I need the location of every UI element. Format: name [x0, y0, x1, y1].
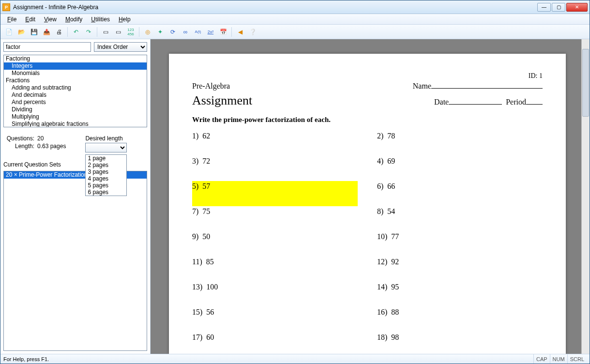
open-icon[interactable]: 📂 — [16, 27, 27, 37]
question-item[interactable]: 6) 66 — [377, 182, 543, 191]
questions-value: 20 — [37, 135, 44, 142]
menu-help[interactable]: Help — [115, 15, 135, 24]
help-icon[interactable]: ❔ — [247, 27, 258, 37]
close-button[interactable]: ✕ — [566, 3, 588, 12]
question-item[interactable]: 15) 56 — [192, 308, 358, 317]
desired-length-option[interactable]: 3 pages — [86, 168, 126, 175]
tool-c-icon[interactable]: ⟳ — [167, 27, 178, 37]
topic-item[interactable]: And decimals — [4, 91, 147, 99]
question-item[interactable]: 13) 100 — [192, 283, 358, 291]
doc-id: ID: 1 — [529, 72, 543, 80]
maximize-button[interactable]: ▢ — [552, 3, 565, 12]
topic-item[interactable]: Dividing — [4, 106, 147, 113]
doc-title: Assignment — [192, 93, 252, 108]
page-icon[interactable]: ▭ — [100, 27, 111, 37]
expr-icon[interactable]: 2x² — [205, 27, 216, 37]
new-icon[interactable]: 📄 — [3, 27, 14, 37]
sidebar-search-row: Index Order — [3, 42, 147, 52]
topic-item[interactable]: And percents — [4, 99, 147, 106]
prev-icon[interactable]: ◀ — [235, 27, 245, 37]
numbers-icon[interactable]: 123456 — [125, 27, 136, 37]
desired-length-option[interactable]: 6 pages — [86, 189, 126, 196]
desired-length-select[interactable] — [85, 143, 127, 152]
desired-length-option[interactable]: 5 pages — [86, 182, 126, 189]
question-item[interactable]: 1) 62 — [192, 132, 358, 140]
question-item[interactable]: 4) 69 — [377, 157, 543, 166]
topic-item[interactable]: Simplifying algebraic fractions — [4, 121, 147, 127]
menu-file[interactable]: File — [3, 15, 20, 24]
undo-icon[interactable]: ↶ — [71, 27, 81, 37]
minimize-button[interactable]: — — [537, 3, 551, 12]
main-area: Index Order FactoringIntegersMonomialsFr… — [0, 39, 590, 354]
desired-length-dropdown[interactable]: 1 page2 pages3 pages4 pages5 pages6 page… — [85, 154, 127, 196]
question-item[interactable]: 16) 88 — [377, 308, 543, 317]
calendar-icon[interactable]: 📅 — [218, 27, 228, 37]
questions-label: Questions: — [6, 135, 34, 142]
topic-item[interactable]: Factoring — [4, 55, 147, 62]
search-input[interactable] — [3, 42, 91, 52]
topic-item[interactable]: Adding and subtracting — [4, 84, 147, 91]
question-item[interactable]: 5) 57 — [192, 181, 358, 206]
menu-modify[interactable]: Modify — [61, 15, 86, 24]
question-item[interactable]: 7) 75 — [192, 207, 358, 216]
scrollbar-thumb[interactable] — [582, 49, 589, 117]
order-select[interactable]: Index Order — [94, 42, 147, 52]
scrl-indicator: SCRL — [567, 354, 587, 364]
topic-item[interactable]: Fractions — [4, 77, 147, 84]
topic-list[interactable]: FactoringIntegersMonomialsFractionsAddin… — [3, 55, 147, 127]
infinity-icon[interactable]: ∞ — [180, 27, 191, 37]
preview-scrollbar[interactable] — [581, 39, 590, 354]
desired-length-label: Desired length — [85, 135, 122, 142]
question-item[interactable]: 8) 54 — [377, 207, 543, 216]
menubar: File Edit View Modify Utilities Help — [0, 14, 590, 25]
toolbar: 📄 📂 💾 📤 🖨 ↶ ↷ ▭ ▭ 123456 ◎ ✦ ⟳ ∞ A(t) 2x… — [0, 25, 590, 39]
menu-edit[interactable]: Edit — [21, 15, 39, 24]
question-item[interactable]: 2) 78 — [377, 132, 543, 140]
question-item[interactable]: 3) 72 — [192, 157, 358, 166]
page2-icon[interactable]: ▭ — [113, 27, 123, 37]
titlebar: P Assignment - Infinite Pre-Algebra — ▢ … — [0, 0, 590, 14]
instruction-text: Write the prime-power factorization of e… — [192, 116, 543, 124]
question-item[interactable]: 9) 50 — [192, 232, 358, 241]
desired-length-group: Desired length 1 page2 pages3 pages4 pag… — [85, 135, 127, 152]
sidebar: Index Order FactoringIntegersMonomialsFr… — [0, 39, 151, 354]
desired-length-option[interactable]: 2 pages — [86, 162, 126, 168]
menu-utilities[interactable]: Utilities — [87, 15, 114, 24]
worksheet-page[interactable]: ID: 1 Pre-Algebra Name Assignment Date P… — [169, 54, 566, 354]
question-item[interactable]: 12) 92 — [377, 258, 543, 266]
app-icon: P — [2, 3, 10, 11]
topic-item[interactable]: Integers — [4, 62, 147, 70]
toolbar-separator — [139, 27, 139, 37]
toolbar-separator — [67, 27, 68, 37]
tool-b-icon[interactable]: ✦ — [155, 27, 166, 37]
menu-view[interactable]: View — [40, 15, 61, 24]
desired-length-option[interactable]: 1 page — [86, 155, 126, 162]
export-icon[interactable]: 📤 — [41, 27, 52, 37]
question-item[interactable]: 14) 95 — [377, 283, 543, 291]
save-icon[interactable]: 💾 — [29, 27, 39, 37]
redo-icon[interactable]: ↷ — [83, 27, 94, 37]
question-item[interactable]: 18) 98 — [377, 333, 543, 342]
print-icon[interactable]: 🖨 — [54, 27, 64, 37]
cap-indicator: CAP — [533, 354, 550, 364]
question-item[interactable]: 10) 77 — [377, 232, 543, 241]
tool-a-icon[interactable]: ◎ — [142, 27, 153, 37]
length-label: Length: — [6, 143, 34, 150]
document-preview: ID: 1 Pre-Algebra Name Assignment Date P… — [151, 39, 590, 354]
date-period: Date Period — [434, 98, 543, 106]
question-item[interactable]: 11) 85 — [192, 258, 358, 266]
statusbar: For Help, press F1. CAP NUM SCRL — [0, 354, 590, 364]
topic-item[interactable]: Multiplying — [4, 113, 147, 121]
app-window: P Assignment - Infinite Pre-Algebra — ▢ … — [0, 0, 590, 364]
topic-item[interactable]: Monomials — [4, 70, 147, 77]
fraction-icon[interactable]: A(t) — [193, 27, 203, 37]
num-indicator: NUM — [550, 354, 567, 364]
question-item[interactable]: 17) 60 — [192, 333, 358, 342]
name-field: Name — [413, 82, 543, 91]
stats-left: Questions: 20 Length: 0.63 pages — [6, 135, 66, 152]
desired-length-option[interactable]: 4 pages — [86, 175, 126, 182]
status-hint: For Help, press F1. — [3, 356, 49, 362]
length-value: 0.63 pages — [37, 143, 66, 150]
doc-subject: Pre-Algebra — [192, 82, 230, 91]
question-set-list[interactable]: 20 × Prime-Power Factorization Wi — [3, 171, 147, 351]
